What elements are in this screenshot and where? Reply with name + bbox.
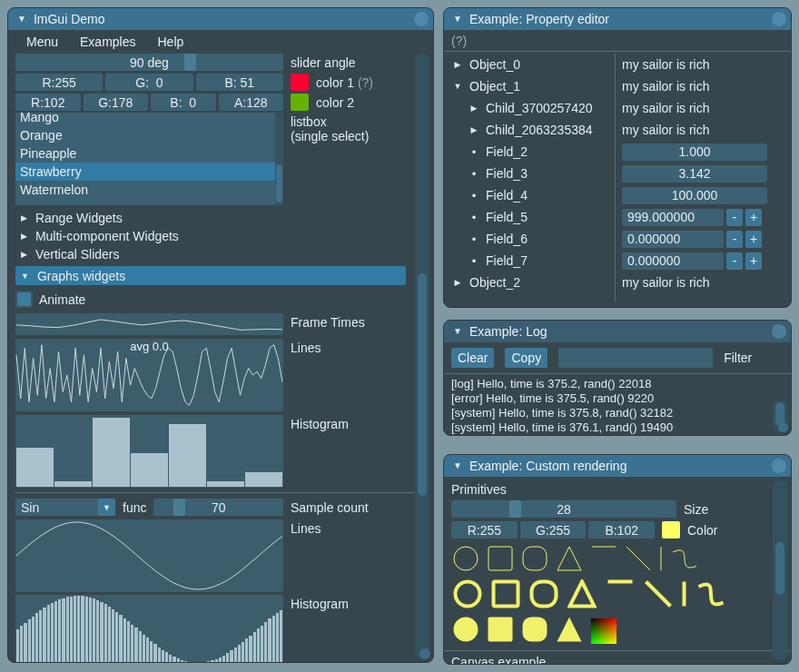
increment-button[interactable]: +: [745, 231, 762, 248]
input-float-field[interactable]: 0.000000: [622, 231, 724, 248]
custom-rendering-titlebar[interactable]: ▼ Example: Custom rendering: [444, 455, 791, 477]
help-marker[interactable]: (?): [444, 30, 791, 51]
func-combo[interactable]: Sin ▼: [15, 499, 115, 516]
close-button[interactable]: [772, 12, 786, 26]
drag-float-field[interactable]: 3.142: [622, 165, 767, 183]
bullet-icon: •: [469, 232, 478, 246]
primitives-outline-thin: [451, 546, 784, 574]
plot-label: Histogram: [291, 595, 349, 611]
collapsing-header-graphs-widgets[interactable]: ▼ Graphs widgets: [15, 266, 406, 285]
increment-button[interactable]: +: [745, 209, 762, 226]
collapse-arrow-icon[interactable]: ▼: [17, 15, 26, 24]
drag-float-field[interactable]: 1.000: [622, 143, 767, 161]
combo-arrow-button[interactable]: ▼: [98, 499, 115, 516]
close-button[interactable]: [772, 459, 786, 473]
property-row-field-4: •Field_4100.000: [444, 184, 791, 206]
scrollbar-grab[interactable]: [775, 542, 784, 595]
color1-swatch[interactable]: [291, 74, 309, 91]
menu-menu[interactable]: Menu: [26, 35, 58, 49]
increment-button[interactable]: +: [745, 252, 762, 270]
property-value-text: my sailor is rich: [622, 57, 709, 72]
copy-button[interactable]: Copy: [505, 348, 547, 368]
scrollbar-grab[interactable]: [418, 273, 427, 496]
slider-grab[interactable]: [184, 54, 196, 71]
property-editor-titlebar[interactable]: ▼ Example: Property editor: [444, 8, 791, 30]
imgui-demo-titlebar[interactable]: ▼ ImGui Demo: [8, 8, 433, 30]
gradient-rect-shape: [591, 618, 617, 644]
tree-node-label: Multi-component Widgets: [35, 229, 179, 243]
tree-node-multi-component-widgets[interactable]: ▶Multi-component Widgets: [15, 227, 426, 245]
primitives-outline-thick: [451, 579, 784, 611]
property-node[interactable]: ▶Child_2063235384: [444, 123, 615, 137]
input-float-field[interactable]: 999.000000: [622, 209, 724, 226]
histogram-bar: [43, 608, 45, 663]
slider-angle[interactable]: 90 deg: [15, 54, 283, 71]
tree-node-range-widgets[interactable]: ▶Range Widgets: [15, 209, 426, 227]
decrement-button[interactable]: -: [726, 231, 743, 248]
window-scrollbar[interactable]: [773, 480, 787, 660]
property-node[interactable]: •Field_6: [444, 232, 615, 246]
color-component-b[interactable]: B:102: [588, 521, 655, 539]
drag-float-field[interactable]: 100.000: [622, 187, 767, 204]
histogram-bar: [112, 609, 114, 663]
property-node[interactable]: •Field_2: [444, 144, 615, 159]
property-node[interactable]: •Field_4: [444, 188, 615, 203]
slider-grab[interactable]: [173, 499, 185, 516]
close-button[interactable]: [414, 12, 429, 26]
color2-component-r[interactable]: R:102: [15, 94, 81, 111]
listbox-scrollbar-grab[interactable]: [276, 164, 282, 203]
listbox-item-watermelon[interactable]: Watermelon: [15, 181, 275, 199]
menu-examples[interactable]: Examples: [80, 35, 135, 49]
clear-button[interactable]: Clear: [451, 348, 494, 368]
color-component-g[interactable]: G:255: [520, 521, 587, 539]
property-node[interactable]: ▶Object_0: [444, 57, 615, 72]
listbox-item-orange[interactable]: Orange: [15, 126, 275, 144]
color1-component-b[interactable]: B: 51: [196, 74, 283, 91]
menu-help[interactable]: Help: [158, 35, 184, 49]
window-imgui-demo: ▼ ImGui Demo MenuExamplesHelp 90 deg sli…: [7, 7, 434, 663]
property-node[interactable]: ▶Object_2: [444, 275, 615, 290]
log-titlebar[interactable]: ▼ Example: Log: [444, 321, 791, 342]
listbox-item-mango[interactable]: Mango: [15, 113, 275, 126]
column-divider[interactable]: [615, 54, 616, 301]
animate-checkbox[interactable]: [15, 291, 33, 308]
property-node[interactable]: •Field_5: [444, 210, 615, 224]
color-swatch[interactable]: [662, 521, 680, 539]
decrement-button[interactable]: -: [726, 209, 743, 226]
input-float-field[interactable]: 0.000000: [622, 252, 724, 270]
tree-node-vertical-sliders[interactable]: ▶Vertical Sliders: [15, 245, 426, 263]
color1-component-r[interactable]: R:255: [15, 74, 103, 91]
color2-swatch[interactable]: [291, 94, 309, 111]
sample-count-slider[interactable]: 70: [153, 499, 283, 516]
listbox-item-strawberry[interactable]: Strawberry: [15, 163, 275, 181]
property-node[interactable]: •Field_7: [444, 253, 615, 268]
collapse-arrow-icon[interactable]: ▼: [453, 15, 462, 24]
collapse-arrow-icon[interactable]: ▼: [453, 461, 462, 470]
decrement-button[interactable]: -: [726, 252, 743, 270]
color1-component-g[interactable]: G: 0: [105, 74, 192, 91]
property-node[interactable]: ▼Object_1: [444, 79, 615, 94]
property-node[interactable]: •Field_3: [444, 166, 615, 181]
window-scrollbar[interactable]: [415, 54, 429, 658]
slider-grab[interactable]: [509, 500, 521, 518]
histogram-bar: [207, 481, 244, 487]
property-value: 999.000000-+: [615, 209, 791, 226]
property-name: Field_3: [486, 166, 528, 181]
color-component-r[interactable]: R:255: [451, 521, 518, 539]
property-node[interactable]: ▶Child_3700257420: [444, 101, 615, 115]
resize-grip[interactable]: [419, 648, 430, 659]
collapse-arrow-icon[interactable]: ▼: [453, 327, 462, 336]
menu-bar: MenuExamplesHelp: [8, 30, 433, 54]
histogram-bar: [85, 597, 88, 663]
listbox-item-pineapple[interactable]: Pineapple: [15, 144, 275, 163]
histogram-bar: [93, 418, 130, 487]
filter-input[interactable]: [558, 348, 713, 368]
listbox-scrollbar[interactable]: [275, 113, 283, 205]
size-slider[interactable]: 28: [451, 500, 676, 518]
color2-component-g[interactable]: G:178: [84, 94, 149, 111]
resize-grip[interactable]: [778, 422, 788, 432]
primitives-label: Primitives: [451, 482, 784, 497]
close-button[interactable]: [772, 324, 786, 339]
color2-component-a[interactable]: A:128: [219, 94, 284, 111]
color2-component-b[interactable]: B: 0: [151, 94, 216, 111]
